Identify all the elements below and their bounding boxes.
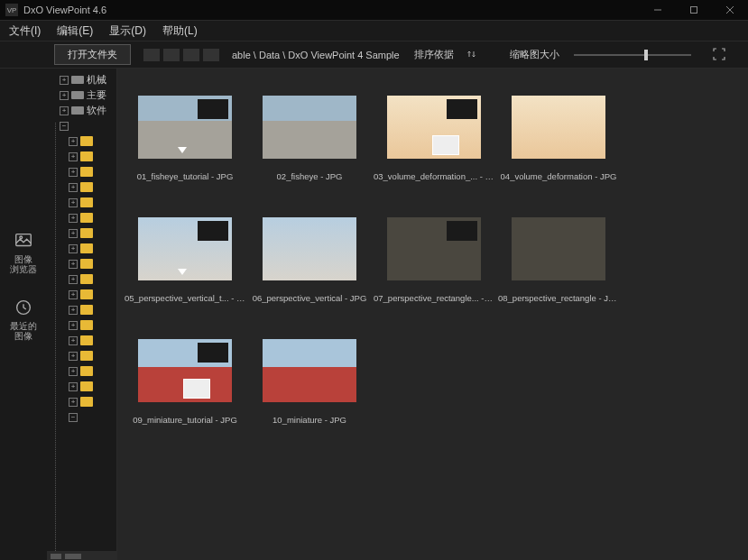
tree-folder[interactable]: + — [47, 348, 116, 363]
tree-root[interactable]: + 主要 — [47, 87, 116, 103]
thumbnail-image[interactable] — [512, 96, 605, 159]
fullscreen-icon[interactable] — [713, 48, 725, 62]
thumbnail-item[interactable]: 04_volume_deformation - JPG — [496, 96, 621, 181]
collapse-icon[interactable]: − — [60, 122, 69, 131]
tree-node-expanded[interactable]: − — [47, 118, 116, 133]
tree-folder[interactable]: + — [47, 363, 116, 379]
folder-icon — [80, 167, 93, 177]
thumbnail-item[interactable]: 02_fisheye - JPG — [247, 96, 372, 181]
tree-folder[interactable]: + — [47, 149, 116, 164]
thumbnail-image[interactable] — [263, 96, 356, 159]
tree-folder[interactable]: + — [47, 302, 116, 317]
expand-icon[interactable]: + — [60, 91, 69, 100]
thumbnail-image[interactable] — [138, 339, 232, 402]
folder-icon — [80, 151, 93, 161]
menu-help[interactable]: 帮助(L) — [162, 23, 198, 39]
tree-folder[interactable]: + — [47, 179, 116, 195]
tree-folder[interactable]: + — [47, 271, 116, 287]
expand-icon[interactable]: + — [69, 352, 78, 361]
recent-tab[interactable]: 最近的 图像 — [10, 298, 37, 341]
menubar: 文件(I) 编辑(E) 显示(D) 帮助(L) — [0, 20, 748, 41]
thumbnail-item[interactable]: 08_perspective_rectangle - JPG — [496, 217, 621, 303]
tree-folder[interactable]: + — [47, 195, 116, 210]
thumb-size-label: 缩略图大小 — [510, 48, 559, 61]
open-folder-button[interactable]: 打开文件夹 — [54, 44, 131, 65]
menu-view[interactable]: 显示(D) — [109, 23, 146, 39]
tree-folder[interactable]: + — [47, 225, 116, 241]
image-browser-label: 图像 浏览器 — [10, 254, 37, 274]
expand-icon[interactable]: + — [69, 198, 78, 207]
expand-icon[interactable]: + — [69, 229, 78, 238]
drive-icon — [71, 106, 84, 115]
tree-root[interactable]: + 机械 — [47, 72, 116, 87]
expand-icon[interactable]: + — [69, 336, 78, 345]
sort-direction-icon[interactable] — [466, 49, 477, 61]
expand-icon[interactable]: + — [69, 137, 78, 146]
thumbnail-caption: 07_perspective_rectangle... - JPG — [374, 293, 494, 303]
expand-icon[interactable]: + — [69, 214, 78, 223]
expand-icon[interactable]: + — [69, 152, 78, 161]
thumbnail-item[interactable]: 05_perspective_vertical_t... - JPG — [123, 217, 247, 303]
expand-icon[interactable]: + — [69, 244, 78, 253]
menu-file[interactable]: 文件(I) — [9, 23, 41, 39]
expand-icon[interactable]: + — [69, 290, 78, 299]
toolbar: 打开文件夹 able \ Data \ DxO ViewPoint 4 Samp… — [0, 41, 748, 69]
tree-folder[interactable]: + — [47, 210, 116, 225]
thumbnail-image[interactable] — [138, 217, 232, 280]
expand-icon[interactable]: + — [69, 382, 78, 391]
tree-label: 主要 — [87, 88, 106, 102]
tree-root[interactable]: + 软件 — [47, 103, 116, 118]
expand-icon[interactable]: + — [60, 106, 69, 115]
collapse-icon[interactable]: − — [69, 413, 78, 422]
tree-folder[interactable]: + — [47, 379, 116, 394]
thumbnail-item[interactable]: 07_perspective_rectangle... - JPG — [372, 217, 496, 303]
folder-icon — [80, 320, 93, 330]
thumbnail-item[interactable]: 01_fisheye_tutorial - JPG — [123, 96, 247, 181]
expand-icon[interactable]: + — [69, 321, 78, 330]
thumbnail-item[interactable]: 10_miniature - JPG — [247, 339, 372, 425]
thumbnail-image[interactable] — [138, 96, 232, 159]
tree-folder[interactable]: + — [47, 256, 116, 271]
thumbnail-grid: 01_fisheye_tutorial - JPG02_fisheye - JP… — [117, 69, 748, 560]
svg-point-5 — [20, 236, 23, 239]
svg-rect-4 — [16, 234, 32, 246]
expand-icon[interactable]: + — [69, 367, 78, 376]
titlebar: VP DxO ViewPoint 4.6 — [0, 0, 748, 20]
expand-icon[interactable]: + — [69, 260, 78, 269]
tree-folder[interactable]: + — [47, 333, 116, 348]
expand-icon[interactable]: + — [69, 306, 78, 315]
thumbnail-image[interactable] — [263, 217, 356, 280]
thumbnail-image[interactable] — [512, 217, 605, 280]
menu-edit[interactable]: 编辑(E) — [57, 23, 93, 39]
thumbnail-image[interactable] — [263, 339, 356, 402]
tree-folder[interactable]: + — [47, 317, 116, 333]
thumbnail-item[interactable]: 06_perspective_vertical - JPG — [247, 217, 372, 303]
expand-icon[interactable]: + — [60, 76, 69, 85]
expand-icon[interactable]: + — [69, 398, 78, 407]
image-browser-tab[interactable]: 图像 浏览器 — [10, 231, 37, 274]
minimize-button[interactable] — [640, 0, 676, 20]
tree-folder[interactable]: + — [47, 133, 116, 149]
sort-label[interactable]: 排序依据 — [414, 48, 454, 61]
drive-icon — [71, 76, 84, 84]
tree-folder[interactable]: + — [47, 394, 116, 409]
thumbnail-item[interactable]: 09_miniature_tutorial - JPG — [123, 339, 247, 425]
thumbnail-image[interactable] — [387, 217, 481, 280]
tree-folder[interactable]: + — [47, 241, 116, 256]
folder-icon — [80, 182, 93, 192]
tree-folder[interactable]: + — [47, 287, 116, 302]
folder-icon — [80, 243, 93, 253]
maximize-button[interactable] — [676, 0, 712, 20]
thumbnail-item[interactable]: 03_volume_deformation_... - JPG — [372, 96, 496, 181]
expand-icon[interactable]: + — [69, 275, 78, 284]
expand-icon[interactable]: + — [69, 183, 78, 192]
close-button[interactable] — [712, 0, 748, 20]
thumbnail-image[interactable] — [387, 96, 481, 159]
expand-icon[interactable]: + — [69, 168, 78, 177]
folder-tree[interactable]: + 机械+ 主要+ 软件 −+ + + + + + + + + + + + + … — [47, 69, 117, 560]
app-title: DxO ViewPoint 4.6 — [23, 5, 106, 15]
breadcrumb-path[interactable]: able \ Data \ DxO ViewPoint 4 Sample — [232, 50, 400, 60]
tree-folder[interactable]: + — [47, 164, 116, 179]
thumb-size-slider[interactable] — [574, 54, 691, 56]
tree-folder[interactable]: − — [47, 409, 116, 425]
